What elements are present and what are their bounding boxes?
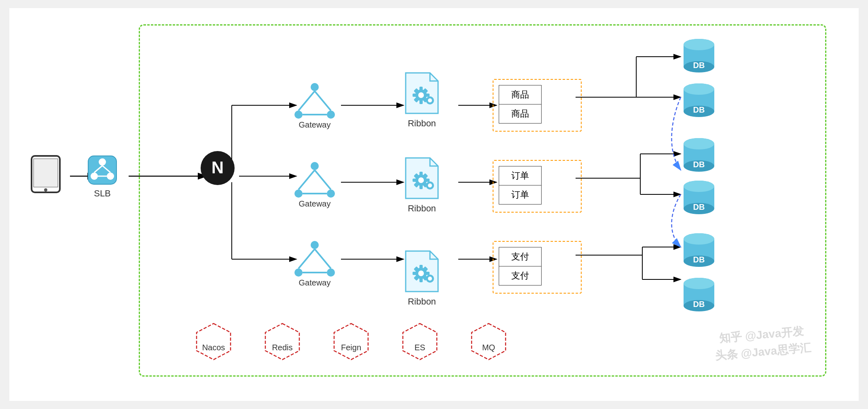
ribbon-mid-icon [398, 154, 446, 202]
svg-rect-75 [413, 179, 417, 182]
svg-point-43 [327, 111, 335, 119]
svg-text:DB: DB [693, 160, 705, 169]
svg-point-41 [311, 83, 319, 91]
hex-redis: Redis [260, 320, 305, 377]
svg-rect-61 [419, 87, 423, 91]
svg-point-72 [418, 177, 424, 183]
diagram-area: SLB N Gateway [17, 16, 851, 393]
ribbon-top-icon [398, 69, 446, 117]
svg-rect-88 [426, 272, 430, 275]
svg-point-103 [684, 83, 714, 95]
svg-line-51 [315, 170, 331, 190]
svg-text:DB: DB [693, 61, 705, 70]
db-6: DB [681, 275, 717, 313]
hex-mq: MQ [466, 320, 511, 377]
gateway-mid: Gateway [292, 162, 337, 209]
svg-marker-129 [472, 324, 506, 360]
svg-point-98 [684, 39, 714, 50]
service-mid-row2: 订单 [499, 185, 541, 204]
hexagons-row: Nacos Redis Feign ES [191, 320, 511, 377]
svg-rect-63 [413, 94, 417, 97]
svg-rect-73 [419, 172, 423, 176]
ribbon-mid-label: Ribbon [408, 203, 436, 214]
tablet-component [30, 154, 62, 196]
svg-rect-64 [426, 94, 430, 97]
svg-point-55 [327, 268, 335, 277]
svg-marker-127 [334, 324, 368, 360]
svg-point-82 [428, 183, 432, 187]
svg-point-53 [311, 241, 319, 249]
svg-point-49 [327, 190, 335, 198]
service-box-bot: 支付 支付 [499, 247, 542, 285]
hex-nacos-label: Nacos [202, 343, 225, 352]
service-top-row1: 商品 [499, 85, 541, 104]
svg-point-47 [311, 162, 319, 170]
svg-point-42 [294, 111, 303, 119]
db-1: DB [681, 36, 717, 75]
gateway-mid-icon [292, 162, 337, 198]
service-mid-row1: 订单 [499, 166, 541, 185]
svg-point-94 [428, 277, 432, 281]
svg-line-45 [315, 91, 331, 111]
svg-marker-125 [197, 324, 231, 360]
service-top-row2: 商品 [499, 104, 541, 123]
db-2: DB [681, 81, 717, 119]
nginx-component: N [199, 150, 236, 186]
db-5: DB [681, 231, 717, 269]
hex-es: ES [398, 320, 442, 377]
svg-point-118 [684, 233, 714, 245]
svg-rect-76 [426, 179, 430, 182]
svg-point-31 [44, 188, 47, 192]
svg-point-33 [99, 158, 106, 166]
svg-rect-86 [419, 278, 423, 282]
ribbon-top: Ribbon [398, 69, 446, 129]
slb-component: SLB [86, 154, 119, 199]
svg-text:DB: DB [693, 300, 705, 309]
svg-marker-126 [265, 324, 299, 360]
gateway-mid-label: Gateway [299, 199, 331, 209]
gateway-top-icon [292, 83, 337, 119]
ribbon-bot-label: Ribbon [408, 296, 436, 307]
svg-point-35 [107, 173, 114, 180]
svg-point-34 [91, 173, 98, 180]
service-box-top: 商品 商品 [499, 85, 542, 124]
svg-point-113 [684, 181, 714, 192]
svg-point-123 [684, 278, 714, 289]
svg-point-108 [684, 138, 714, 149]
svg-rect-74 [419, 185, 423, 189]
ribbon-bot-icon [398, 247, 446, 296]
svg-text:DB: DB [693, 255, 705, 264]
hex-mq-label: MQ [482, 343, 495, 352]
svg-rect-87 [413, 272, 417, 275]
gateway-bot-label: Gateway [299, 278, 331, 288]
svg-point-60 [418, 92, 424, 98]
gateway-top-label: Gateway [299, 120, 331, 130]
svg-line-57 [315, 249, 331, 268]
nginx-icon: N [199, 150, 236, 186]
service-bot-row1: 支付 [499, 247, 541, 266]
svg-rect-85 [419, 265, 423, 269]
hex-redis-label: Redis [272, 343, 292, 352]
tablet-icon [30, 154, 62, 194]
slb-icon [86, 154, 119, 186]
ribbon-mid: Ribbon [398, 154, 446, 214]
gateway-bot-icon [292, 241, 337, 277]
hex-nacos: Nacos [191, 320, 236, 377]
svg-point-48 [294, 190, 303, 198]
svg-point-70 [428, 98, 432, 102]
svg-text:DB: DB [693, 105, 705, 114]
gateway-top: Gateway [292, 83, 337, 130]
db-3: DB [681, 136, 717, 174]
db-4: DB [681, 178, 717, 216]
svg-line-56 [299, 249, 315, 268]
ribbon-top-label: Ribbon [408, 118, 436, 129]
svg-line-50 [299, 170, 315, 190]
svg-rect-62 [419, 100, 423, 104]
hex-feign-label: Feign [341, 343, 361, 352]
svg-point-54 [294, 268, 303, 277]
svg-line-44 [299, 91, 315, 111]
svg-point-84 [418, 271, 424, 276]
service-box-mid: 订单 订单 [499, 166, 542, 204]
gateway-bot: Gateway [292, 241, 337, 288]
hex-feign: Feign [329, 320, 373, 377]
